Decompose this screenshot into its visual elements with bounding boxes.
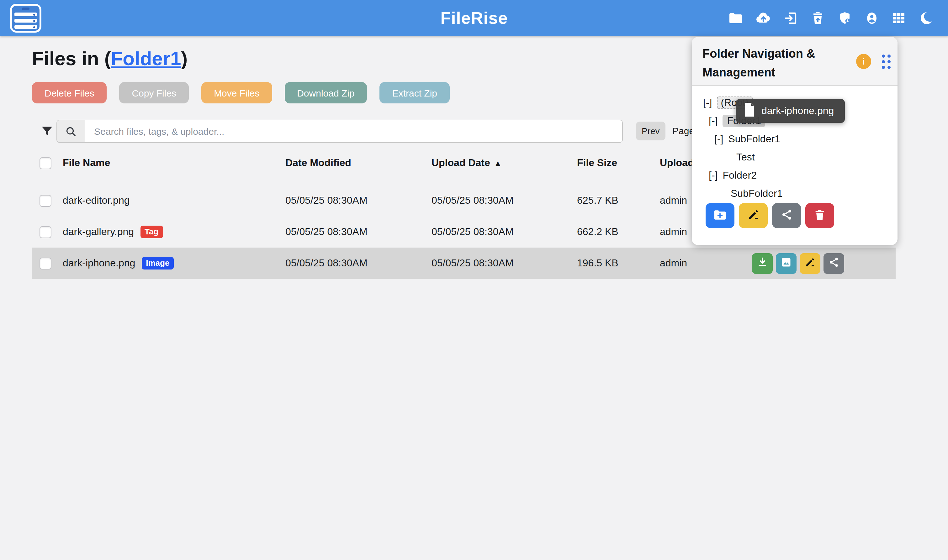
tree-folder-label[interactable]: Folder2 xyxy=(723,169,757,181)
dark-mode-icon[interactable] xyxy=(918,11,933,26)
folder-tree-item: SubFolder1 xyxy=(692,184,897,202)
file-size: 662.2 KB xyxy=(577,226,660,237)
column-header-date-modified[interactable]: Date Modified xyxy=(285,157,432,169)
file-size: 196.5 KB xyxy=(577,258,660,269)
folder-icon[interactable] xyxy=(728,11,743,26)
row-checkbox[interactable] xyxy=(40,257,51,269)
trash-restore-icon[interactable] xyxy=(810,11,825,26)
share-button[interactable] xyxy=(823,253,844,274)
search-input[interactable] xyxy=(85,120,622,142)
trash-icon xyxy=(814,208,826,223)
folder-tree-item: Test xyxy=(692,148,897,166)
folder-plus-icon xyxy=(713,208,727,223)
navbar-icon-group xyxy=(728,11,948,26)
file-tag-badge: Tag xyxy=(140,226,163,238)
table-row[interactable]: dark-iphone.png Image 05/05/25 08:30AM 0… xyxy=(32,248,896,279)
share-icon xyxy=(828,256,840,270)
extract-zip-button[interactable]: Extract Zip xyxy=(380,82,450,103)
select-all-checkbox[interactable] xyxy=(40,157,51,169)
tree-folder-label[interactable]: SubFolder1 xyxy=(731,188,782,199)
preview-button[interactable] xyxy=(776,253,797,274)
folder-tree-item: [-] Folder2 xyxy=(692,166,897,184)
tree-toggle[interactable]: [-] xyxy=(703,97,712,108)
file-size: 625.7 KB xyxy=(577,195,660,206)
column-header-file-name[interactable]: File Name xyxy=(63,157,285,169)
sort-ascending-icon: ▲ xyxy=(494,158,502,168)
date-modified: 05/05/25 08:30AM xyxy=(285,258,432,269)
login-icon[interactable] xyxy=(783,11,798,26)
copy-files-button[interactable]: Copy Files xyxy=(119,82,189,103)
tree-folder-label[interactable]: SubFolder1 xyxy=(728,133,780,145)
row-action-buttons xyxy=(752,253,844,274)
preview-image-icon xyxy=(780,256,792,270)
filter-icon[interactable] xyxy=(40,124,54,140)
download-icon xyxy=(756,256,768,270)
file-name: dark-editor.png xyxy=(63,195,129,206)
page-title: Files in (Folder1) xyxy=(32,48,188,70)
apps-grid-icon[interactable] xyxy=(891,11,906,26)
move-files-button[interactable]: Move Files xyxy=(201,82,272,103)
folder-action-buttons xyxy=(706,203,834,228)
edit-icon xyxy=(804,256,816,270)
share-icon xyxy=(780,208,793,223)
edit-icon xyxy=(747,208,760,223)
row-checkbox[interactable] xyxy=(40,195,51,206)
folder-navigation-panel: Folder Navigation & Management i [-] (Ro… xyxy=(692,37,897,245)
delete-files-button[interactable]: Delete Files xyxy=(32,82,106,103)
rename-folder-button[interactable] xyxy=(739,203,768,228)
filerise-app: FileRise Files in (Folder1) Delete Files… xyxy=(0,0,948,280)
filerise-logo-icon[interactable] xyxy=(10,4,42,32)
download-zip-button[interactable]: Download Zip xyxy=(284,82,367,103)
delete-folder-button[interactable] xyxy=(805,203,834,228)
date-modified: 05/05/25 08:30AM xyxy=(285,195,432,206)
row-checkbox[interactable] xyxy=(40,226,51,238)
drag-file-name: dark-iphone.png xyxy=(761,105,834,117)
column-header-upload-date[interactable]: Upload Date ▲ xyxy=(432,157,577,169)
file-actions-toolbar: Delete Files Copy Files Move Files Downl… xyxy=(32,82,450,103)
top-navbar: FileRise xyxy=(0,0,948,36)
tree-toggle[interactable]: [-] xyxy=(709,169,717,181)
file-tag-badge: Image xyxy=(142,257,174,269)
uploader: admin xyxy=(660,258,745,269)
prev-page-button[interactable]: Prev xyxy=(636,122,666,140)
rename-button[interactable] xyxy=(800,253,820,274)
folder-tree-item: [-] SubFolder1 xyxy=(692,130,897,148)
file-name: dark-gallery.png xyxy=(63,226,134,237)
upload-date: 05/05/25 08:30AM xyxy=(432,195,514,206)
admin-shield-icon[interactable] xyxy=(837,11,852,26)
table-row[interactable]: dark-login.png 05/05/25 08:30AM 05/05/25… xyxy=(32,279,896,280)
tree-folder-label[interactable]: Test xyxy=(736,151,755,163)
upload-date: 05/05/25 08:30AM xyxy=(432,258,514,269)
info-icon[interactable]: i xyxy=(856,54,871,69)
tree-toggle[interactable]: [-] xyxy=(714,133,723,145)
tree-toggle[interactable]: [-] xyxy=(709,115,717,126)
folder-panel-title: Folder Navigation & Management xyxy=(703,45,837,83)
search-icon xyxy=(57,120,85,142)
drag-ghost-tooltip: dark-iphone.png xyxy=(736,99,845,123)
user-icon[interactable] xyxy=(864,11,879,26)
file-name: dark-iphone.png xyxy=(63,258,135,269)
upload-date: 05/05/25 08:30AM xyxy=(432,226,514,237)
create-folder-button[interactable] xyxy=(706,203,734,228)
search-group xyxy=(57,120,623,143)
folder-panel-header: Folder Navigation & Management i xyxy=(692,37,897,86)
date-modified: 05/05/25 08:30AM xyxy=(285,226,432,237)
drag-handle-icon[interactable] xyxy=(882,54,891,69)
download-button[interactable] xyxy=(752,253,773,274)
column-header-file-size[interactable]: File Size xyxy=(577,157,660,169)
current-folder-link[interactable]: Folder1 xyxy=(111,48,181,69)
cloud-upload-icon[interactable] xyxy=(755,11,771,26)
page-indicator: Page xyxy=(672,125,694,136)
share-folder-button[interactable] xyxy=(772,203,801,228)
file-icon xyxy=(743,102,756,120)
